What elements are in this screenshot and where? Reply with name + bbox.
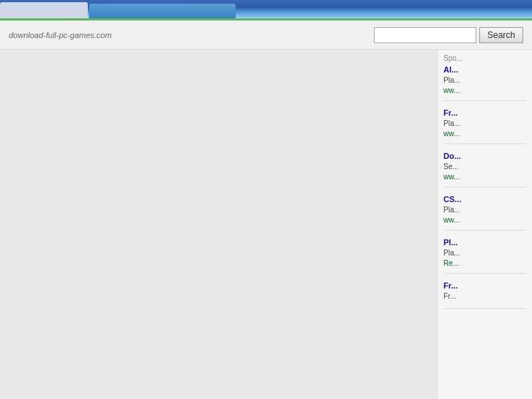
ad-desc: Pla... [443, 75, 526, 85]
ad-url[interactable]: ww... [443, 216, 526, 224]
search-button[interactable]: Search [479, 27, 523, 43]
banner-tab-white [0, 2, 88, 18]
ad-title[interactable]: Fr... [443, 281, 526, 290]
ad-url[interactable]: ww... [443, 86, 526, 94]
ad-title[interactable]: CS... [443, 195, 526, 204]
top-banner [0, 0, 532, 20]
ad-item: Al...Pla...ww... [443, 65, 526, 101]
ad-title[interactable]: Pl... [443, 238, 526, 247]
ad-desc: Pla... [443, 248, 526, 258]
right-sidebar: Spo... Al...Pla...ww...Fr...Pla...ww...D… [437, 50, 532, 399]
ads-container: Al...Pla...ww...Fr...Pla...ww...Do...Se.… [443, 65, 526, 309]
site-title: download-full-pc-games.com [9, 31, 112, 40]
ad-desc: Pla... [443, 205, 526, 215]
ad-item: Do...Se...ww... [443, 152, 526, 187]
ad-desc: Se... [443, 162, 526, 171]
ad-title[interactable]: Fr... [443, 108, 526, 117]
ad-url[interactable]: ww... [443, 130, 526, 138]
ad-item: Fr...Pla...ww... [443, 108, 526, 144]
search-area: Search [374, 27, 523, 43]
ad-url[interactable]: Re... [443, 259, 526, 267]
header: download-full-pc-games.com Search [0, 20, 532, 50]
main-content: Spo... Al...Pla...ww...Fr...Pla...ww...D… [0, 50, 532, 399]
ad-title[interactable]: Do... [443, 152, 526, 160]
banner-tab-blue [89, 4, 236, 18]
ad-url[interactable]: ww... [443, 173, 526, 181]
ad-item: Fr...Fr... [443, 281, 526, 309]
ad-title[interactable]: Al... [443, 65, 526, 74]
ad-desc: Fr... [443, 291, 526, 301]
center-area [0, 50, 437, 399]
ad-item: CS...Pla...ww... [443, 195, 526, 231]
sponsored-label: Spo... [443, 54, 526, 62]
search-input[interactable] [374, 27, 476, 43]
ad-item: Pl...Pla...Re... [443, 238, 526, 274]
ad-desc: Pla... [443, 119, 526, 128]
